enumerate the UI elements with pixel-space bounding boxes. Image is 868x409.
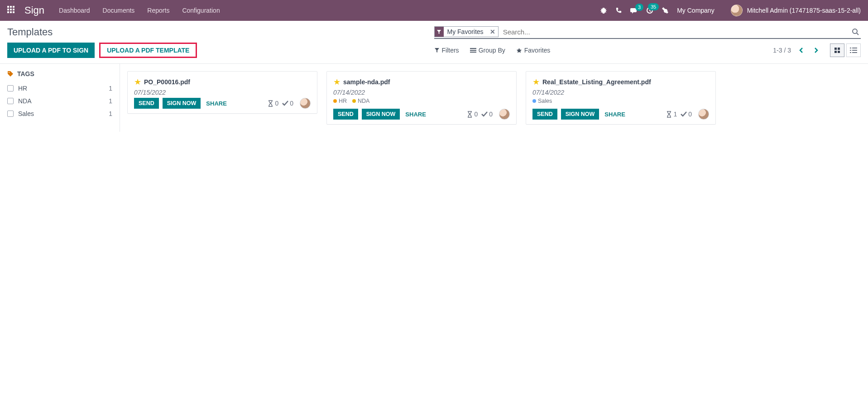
pending-count[interactable]: 0 [268,100,278,107]
star-icon[interactable]: ★ [134,77,141,87]
svg-rect-9 [850,48,851,48]
phone-icon[interactable] [615,7,622,14]
pending-count[interactable]: 0 [467,111,478,118]
share-link[interactable]: Share [405,111,426,118]
card-title: Real_Estate_Listing_Agreement.pdf [542,78,651,86]
nav-menu: Dashboard Documents Reports Configuratio… [59,7,220,14]
svg-rect-5 [834,48,837,50]
template-card[interactable]: ★ Real_Estate_Listing_Agreement.pdf 07/1… [526,71,716,125]
search-facet-favorites: My Favorites ✕ [434,26,499,37]
activities-badge: 35 [648,3,659,10]
share-link[interactable]: Share [604,111,625,118]
search-bar[interactable]: My Favorites ✕ [434,26,861,39]
svg-rect-7 [834,51,837,53]
share-link[interactable]: Share [206,100,227,107]
facet-label: My Favorites [444,28,487,35]
svg-rect-11 [850,50,851,51]
user-label: Mitchell Admin (17471875-saas-15-2-all) [747,7,861,14]
responsible-avatar-icon[interactable] [698,109,709,120]
svg-rect-8 [838,51,840,53]
svg-rect-2 [470,48,476,49]
favorites-label: Favorites [524,47,551,54]
sign-now-button[interactable]: Sign Now [163,98,201,109]
groupby-button[interactable]: Group By [470,47,505,54]
pager-next-button[interactable] [812,46,820,54]
responsible-avatar-icon[interactable] [499,109,510,120]
card-date: 07/15/2022 [134,89,311,96]
messaging-badge: 3 [635,4,643,11]
tools-icon[interactable] [662,7,669,14]
sidebar: TAGS HR 1 NDA 1 Sales 1 [0,64,120,132]
list-view-button[interactable] [846,43,861,57]
svg-rect-10 [852,48,857,48]
template-card[interactable]: ★ PO_P00016.pdf 07/15/2022 Send Sign Now… [127,71,317,114]
sidebar-tag-label: HR [18,85,109,92]
checkbox-icon[interactable] [7,98,14,104]
svg-rect-4 [470,52,476,53]
send-button[interactable]: Send [532,109,557,120]
check-icon [481,111,488,117]
pager-prev-button[interactable] [797,46,806,54]
sidebar-tag-item[interactable]: Sales 1 [7,107,112,120]
nav-documents[interactable]: Documents [103,7,135,14]
hourglass-icon [467,111,473,118]
topnav: Sign Dashboard Documents Reports Configu… [0,0,868,21]
template-card[interactable]: ★ sample-nda.pdf 07/14/2022 HRNDA Send S… [326,71,517,125]
pager-text[interactable]: 1-3 / 3 [773,47,791,54]
nav-systray: 3 35 My Company Mitchell Admin (17471875… [600,5,861,16]
control-panel: Templates Upload a PDF to Sign Upload a … [0,21,868,64]
card-tag: HR [333,98,347,104]
sidebar-tag-count: 1 [109,110,112,117]
responsible-avatar-icon[interactable] [300,98,311,109]
hourglass-icon [666,111,672,118]
kanban-area: ★ PO_P00016.pdf 07/15/2022 Send Sign Now… [120,64,868,132]
app-brand[interactable]: Sign [24,5,44,16]
sidebar-tag-item[interactable]: HR 1 [7,82,112,95]
svg-line-1 [857,33,858,35]
sign-now-button[interactable]: Sign Now [362,109,400,120]
done-count[interactable]: 0 [681,111,692,118]
favorites-button[interactable]: Favorites [516,47,551,54]
sidebar-tag-count: 1 [109,97,112,105]
card-date: 07/14/2022 [333,89,510,96]
card-tags: HRNDA [333,98,510,104]
sidebar-tag-count: 1 [109,85,112,92]
star-icon[interactable]: ★ [333,77,340,87]
sidebar-tags-label: TAGS [17,70,34,77]
nav-configuration[interactable]: Configuration [182,7,220,14]
user-menu[interactable]: Mitchell Admin (17471875-saas-15-2-all) [731,5,861,16]
sidebar-tag-item[interactable]: NDA 1 [7,95,112,107]
done-count[interactable]: 0 [481,111,493,118]
upload-pdf-template-button[interactable]: Upload a PDF Template [99,43,197,58]
search-input[interactable] [501,27,850,37]
nav-dashboard[interactable]: Dashboard [59,7,90,14]
activities-icon[interactable]: 35 [646,7,653,14]
sign-now-button[interactable]: Sign Now [561,109,599,120]
filter-row: Filters Group By Favorites 1-3 / 3 [434,43,861,57]
nav-reports[interactable]: Reports [147,7,169,14]
company-switcher[interactable]: My Company [677,7,714,14]
checkbox-icon[interactable] [7,85,14,91]
send-button[interactable]: Send [134,98,159,109]
messaging-icon[interactable]: 3 [630,7,638,14]
upload-pdf-sign-button[interactable]: Upload a PDF to Sign [7,43,95,58]
debug-icon[interactable] [600,7,607,14]
filters-label: Filters [442,47,459,54]
pending-count[interactable]: 1 [666,111,677,118]
sidebar-tags-header: TAGS [7,70,112,77]
check-icon [681,111,687,117]
sidebar-tag-label: Sales [18,110,109,117]
apps-menu-icon[interactable] [7,6,16,15]
star-icon[interactable]: ★ [532,77,540,87]
filters-button[interactable]: Filters [434,47,459,54]
funnel-icon [435,27,444,37]
kanban-view-button[interactable] [830,43,844,57]
search-icon[interactable] [850,28,861,35]
done-count[interactable]: 0 [282,100,293,107]
facet-remove-button[interactable]: ✕ [487,28,498,35]
checkbox-icon[interactable] [7,111,14,117]
card-tag: NDA [352,98,369,104]
send-button[interactable]: Send [333,109,358,120]
card-tag: Sales [532,98,552,104]
svg-point-15 [9,72,10,73]
